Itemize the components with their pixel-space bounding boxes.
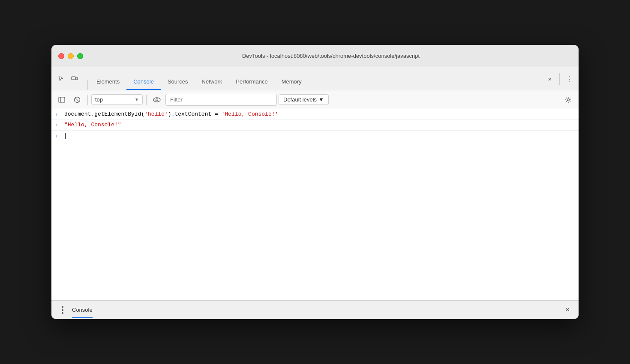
context-dropdown-arrow: ▼: [135, 97, 139, 102]
svg-point-7: [156, 98, 158, 101]
svg-rect-1: [76, 78, 78, 80]
context-selector[interactable]: top ▼: [91, 94, 143, 105]
dot-1: [62, 306, 63, 308]
tab-performance[interactable]: Performance: [229, 75, 274, 90]
tab-left-divider: [87, 80, 88, 90]
console-line-input-1[interactable]: › document.getElementById('hello').textC…: [51, 109, 579, 120]
eye-icon: [153, 96, 161, 103]
cursor-icon: [57, 75, 64, 82]
svg-point-8: [567, 98, 570, 101]
console-line-content-1: document.getElementById('hello').textCon…: [64, 111, 575, 117]
input-arrow-1: ›: [55, 112, 61, 118]
block-icon: [74, 96, 81, 103]
tab-network[interactable]: Network: [195, 75, 229, 90]
tab-right-divider: [559, 73, 560, 85]
title-bar: DevTools - localhost:8080/web/tools/chro…: [51, 45, 579, 67]
filter-input[interactable]: [165, 94, 277, 106]
maximize-button[interactable]: [77, 53, 83, 59]
toolbar-divider-2: [146, 95, 147, 105]
clear-console-button[interactable]: [70, 93, 84, 107]
levels-dropdown-arrow: ▼: [318, 96, 324, 103]
bottom-close-button[interactable]: ×: [561, 304, 573, 316]
dot-2: [62, 309, 63, 311]
log-levels-button[interactable]: Default levels ▼: [279, 94, 329, 105]
tab-bar-right: » ⋮: [544, 73, 575, 90]
svg-rect-2: [59, 97, 65, 102]
tab-elements[interactable]: Elements: [90, 75, 126, 90]
inspect-icon-button[interactable]: [55, 73, 67, 85]
console-output-content-1: "Hello, Console!": [64, 122, 575, 128]
tab-memory[interactable]: Memory: [275, 75, 309, 90]
svg-line-5: [75, 98, 79, 101]
devtools-window: DevTools - localhost:8080/web/tools/chro…: [51, 45, 579, 319]
svg-rect-0: [72, 77, 75, 80]
traffic-lights: [58, 53, 83, 59]
sidebar-icon: [58, 96, 65, 103]
more-tabs-button[interactable]: »: [544, 73, 556, 85]
tab-sources[interactable]: Sources: [161, 75, 195, 90]
bottom-console-label[interactable]: Console: [72, 307, 93, 313]
output-arrow-1: ‹: [55, 122, 61, 128]
svg-point-6: [153, 98, 160, 102]
device-icon: [71, 75, 78, 82]
code-segment-2: ).textContent =: [168, 111, 222, 117]
bottom-bar: Console ×: [51, 300, 579, 319]
code-segment-string-2: 'Hello, Console!': [222, 111, 279, 117]
devtools-menu-button[interactable]: ⋮: [563, 73, 575, 85]
tabs-container: Elements Console Sources Network Perform…: [90, 75, 544, 90]
close-button[interactable]: [58, 53, 64, 59]
cursor: [65, 133, 66, 139]
output-value: "Hello, Console!": [64, 122, 121, 128]
minimize-button[interactable]: [68, 53, 74, 59]
prompt-arrow: ›: [55, 134, 61, 140]
bottom-dots-button[interactable]: [57, 304, 69, 316]
toolbar-divider-1: [87, 95, 88, 105]
window-title: DevTools - localhost:8080/web/tools/chro…: [90, 53, 572, 59]
tab-bar-left-icons: [55, 73, 81, 90]
console-output: › document.getElementById('hello').textC…: [51, 109, 579, 300]
console-prompt-line[interactable]: ›: [51, 131, 579, 142]
eye-button[interactable]: [150, 93, 164, 107]
gear-icon: [565, 96, 572, 103]
console-toolbar: top ▼ Default levels ▼: [51, 90, 579, 109]
tab-console[interactable]: Console: [126, 75, 161, 90]
dot-3: [62, 312, 63, 314]
code-segment: document.getElementById(: [64, 111, 144, 117]
code-segment-string-1: 'hello': [144, 111, 168, 117]
tab-bar: Elements Console Sources Network Perform…: [51, 67, 579, 90]
settings-button[interactable]: [561, 93, 575, 107]
sidebar-toggle-button[interactable]: [55, 93, 69, 107]
console-line-output-1: ‹ "Hello, Console!": [51, 120, 579, 131]
device-toolbar-button[interactable]: [69, 73, 81, 85]
